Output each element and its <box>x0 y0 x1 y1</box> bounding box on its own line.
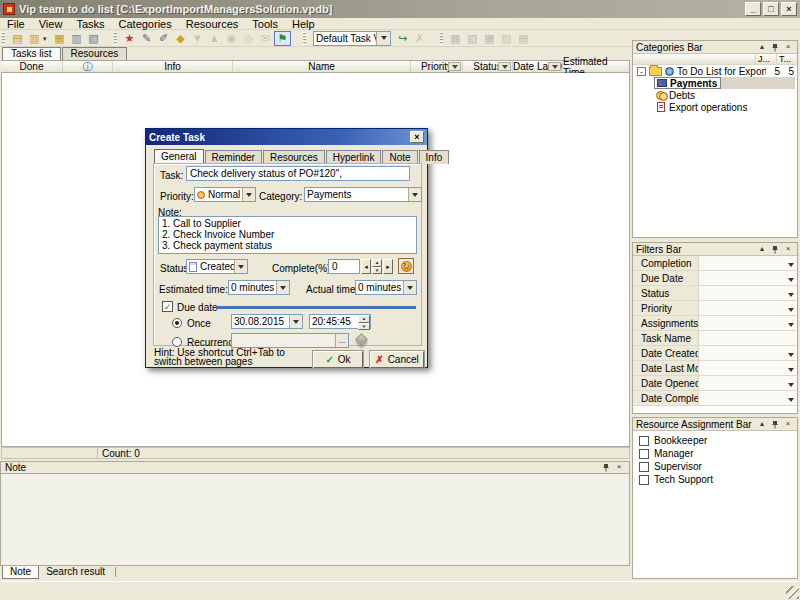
collapse-expander-icon[interactable]: - <box>637 67 646 76</box>
close-icon[interactable]: × <box>782 244 794 255</box>
menu-resources[interactable]: Resources <box>179 18 246 30</box>
minimize-button[interactable]: _ <box>745 2 761 16</box>
save-database-icon[interactable]: ▦ <box>51 31 68 46</box>
spin-up-icon[interactable]: ▴ <box>372 259 382 267</box>
dialog-close-button[interactable]: × <box>410 131 424 143</box>
menu-help[interactable]: Help <box>285 18 322 30</box>
resource-item-bookkeeper[interactable]: Bookkeeper <box>633 434 797 447</box>
task-input[interactable] <box>186 166 410 181</box>
dialog-tab-hyperlink[interactable]: Hyperlink <box>326 150 382 164</box>
spin-down-icon[interactable]: ▾ <box>358 323 370 331</box>
dialog-tab-reminder[interactable]: Reminder <box>205 150 262 164</box>
assign-task-icon[interactable]: ✐ <box>155 31 172 46</box>
report-icon[interactable]: ▦ <box>515 31 532 46</box>
green-flag-icon[interactable]: ⚑ <box>274 31 291 46</box>
filter-dropdown[interactable] <box>699 391 797 405</box>
filter-dropdown[interactable] <box>699 376 797 390</box>
filter-dropdown[interactable] <box>699 256 797 270</box>
category-item-debts[interactable]: Debts <box>633 89 797 101</box>
menu-tools[interactable]: Tools <box>245 18 285 30</box>
close-icon[interactable]: × <box>782 419 794 430</box>
new-database-icon[interactable]: ▤ <box>9 31 26 46</box>
tab-resources[interactable]: Resources <box>62 47 128 60</box>
toolbar-grip[interactable] <box>114 32 117 45</box>
step-min-button[interactable]: ◂ <box>361 259 371 274</box>
checkbox-icon[interactable] <box>639 475 649 485</box>
send-icon[interactable]: ▨ <box>498 31 515 46</box>
close-icon[interactable]: × <box>782 42 794 53</box>
column-b[interactable]: T... <box>776 54 797 64</box>
ok-button[interactable]: ✓ Ok <box>313 351 363 368</box>
note-textarea[interactable]: 1. Call to Supplier 2. Check Invoice Num… <box>158 216 417 254</box>
apply-task-type-icon[interactable]: ↪ <box>394 31 411 46</box>
column-estimated-time[interactable]: Estimated Time <box>563 61 629 72</box>
column-status[interactable]: Status <box>463 61 513 72</box>
table-icon[interactable]: ▦ <box>447 31 464 46</box>
toolbar-grip[interactable] <box>303 32 306 45</box>
due-time-spinner[interactable]: 20:45:45 ▴ ▾ <box>309 314 371 329</box>
dialog-tab-note[interactable]: Note <box>382 150 417 164</box>
gem-icon[interactable]: ◆ <box>172 31 189 46</box>
spin-down-icon[interactable]: ▾ <box>372 267 382 275</box>
once-radio[interactable] <box>172 318 182 328</box>
spin-up-icon[interactable]: ▴ <box>358 315 370 323</box>
filter-dropdown[interactable] <box>699 316 797 330</box>
menu-file[interactable]: File <box>0 18 32 30</box>
status-filter-dropdown[interactable] <box>498 62 511 71</box>
resource-item-supervisor[interactable]: Supervisor <box>633 460 797 473</box>
open-dropdown-icon[interactable]: ▾ <box>43 31 51 46</box>
close-button[interactable]: × <box>781 2 797 16</box>
chevron-down-icon[interactable] <box>276 281 289 294</box>
category-item-export-operations[interactable]: Export operations <box>633 101 797 113</box>
column-info[interactable]: Info <box>113 61 233 72</box>
mark-complete-icon[interactable]: ◉ <box>223 31 240 46</box>
resource-item-tech-support[interactable]: Tech Support <box>633 473 797 486</box>
toolbar-grip[interactable] <box>2 32 5 45</box>
tab-tasks-list[interactable]: Tasks list <box>2 47 61 60</box>
clear-task-type-icon[interactable]: ✗ <box>411 31 428 46</box>
step-max-button[interactable]: ▸ <box>383 259 393 274</box>
open-database-icon[interactable]: ▥ <box>26 31 43 46</box>
checkbox-icon[interactable] <box>639 462 649 472</box>
status-combo[interactable]: Created <box>186 259 248 274</box>
category-combo[interactable]: Payments <box>304 187 422 202</box>
collapse-icon[interactable]: ▴ <box>756 419 768 430</box>
column-a[interactable]: J... <box>755 54 776 64</box>
column-name[interactable]: Name <box>233 61 411 72</box>
complete-spinner[interactable]: ▴ ▾ <box>372 259 382 274</box>
pin-icon[interactable] <box>769 419 781 430</box>
pin-icon[interactable] <box>769 244 781 255</box>
restore-button[interactable]: □ <box>763 2 779 16</box>
print-icon[interactable]: ▥ <box>68 31 85 46</box>
dialog-tab-info[interactable]: Info <box>419 150 450 164</box>
dialog-tab-general[interactable]: General <box>154 149 204 164</box>
filter-dropdown[interactable] <box>699 301 797 315</box>
category-item-payments[interactable]: Payments <box>633 77 797 89</box>
due-date-checkbox[interactable]: ✓ <box>162 301 173 312</box>
table-user-icon[interactable]: ▦ <box>481 31 498 46</box>
time-spinner[interactable]: ▴ ▾ <box>358 315 370 330</box>
send-mail-icon[interactable]: ✉ <box>257 31 274 46</box>
checkbox-icon[interactable] <box>639 449 649 459</box>
pin-icon[interactable] <box>600 462 612 473</box>
column-priority-flag[interactable]: ⓘ <box>63 61 113 72</box>
move-up-icon[interactable]: ▲ <box>206 31 223 46</box>
filter-field[interactable] <box>699 331 797 345</box>
actual-time-combo[interactable]: 0 minutes <box>355 280 417 295</box>
mark-incomplete-icon[interactable]: ◎ <box>240 31 257 46</box>
ellipsis-button[interactable]: ... <box>335 334 348 347</box>
filter-dropdown[interactable] <box>699 346 797 360</box>
pin-icon[interactable] <box>769 42 781 53</box>
menu-view[interactable]: View <box>32 18 70 30</box>
task-type-combo[interactable]: Default Task V <box>313 31 391 46</box>
print-preview-icon[interactable]: ▧ <box>85 31 102 46</box>
tree-root-row[interactable]: - To Do List for Export/Import Man 5 5 <box>633 65 797 77</box>
resize-grip-icon[interactable] <box>786 586 799 599</box>
chevron-down-icon[interactable] <box>376 32 390 45</box>
column-date-last-mod[interactable]: Date Last Mod <box>513 61 563 72</box>
chevron-down-icon[interactable] <box>403 281 416 294</box>
filter-dropdown[interactable] <box>699 361 797 375</box>
dialog-tab-resources[interactable]: Resources <box>263 150 325 164</box>
add-task-icon[interactable]: ★ <box>121 31 138 46</box>
note-panel-body[interactable] <box>0 474 630 566</box>
